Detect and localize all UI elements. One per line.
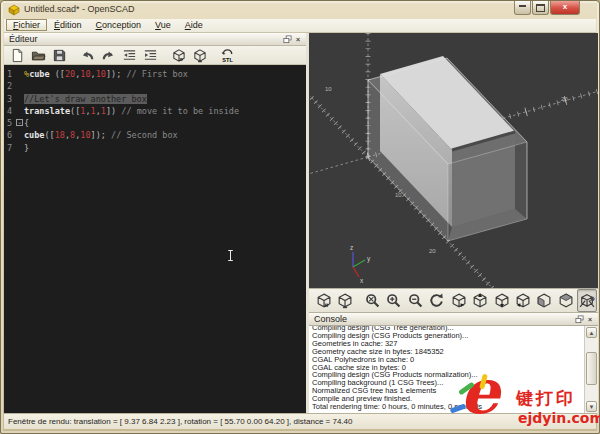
indent-button[interactable]	[140, 46, 160, 65]
title-bar[interactable]: Untitled.scad* - OpenSCAD x	[1, 1, 599, 19]
fold-column	[15, 93, 24, 105]
svg-text:20: 20	[429, 248, 436, 254]
3d-viewport[interactable]: 10 20 20 10 z	[309, 33, 598, 288]
save-file-button[interactable]	[49, 46, 69, 65]
toolbar-separator	[210, 47, 217, 64]
editor-toolbar: »STL	[4, 46, 306, 65]
console-panel: Console × Compiling design (CSG Tree gen…	[309, 313, 598, 413]
console-scrollbar[interactable]: ▲ ▼	[584, 326, 598, 413]
render-button[interactable]	[189, 46, 209, 65]
menu-aide[interactable]: Aide	[178, 19, 210, 31]
undo-icon	[80, 48, 95, 63]
view-left-button[interactable]	[512, 289, 532, 312]
scrollbar-thumb[interactable]	[586, 352, 597, 385]
scroll-down-icon[interactable]: ▼	[586, 401, 597, 412]
render-cube-icon	[192, 48, 207, 63]
unindent-icon	[122, 48, 137, 63]
export-stl-button[interactable]: STL	[217, 46, 237, 65]
console-close-button[interactable]: ×	[585, 315, 595, 324]
menu-edition[interactable]: Édition	[47, 19, 89, 31]
redo-button[interactable]	[98, 46, 118, 65]
cube-top-icon	[471, 292, 488, 309]
code-line[interactable]: 3//Let's draw another box	[4, 93, 306, 105]
minimize-button[interactable]	[514, 1, 531, 15]
status-bar: Fenêtre de rendu: translation = [ 9.37 6…	[4, 413, 596, 429]
stl-icon: STL	[220, 48, 235, 63]
view-front-button[interactable]	[534, 289, 554, 312]
editor-panel-title: Éditeur	[9, 34, 38, 44]
code-line[interactable]: 2	[4, 80, 306, 92]
zoom-in-button[interactable]	[384, 289, 404, 312]
fold-column	[15, 129, 24, 141]
menu-fichier[interactable]: Fichier	[6, 19, 47, 31]
line-number: 6	[4, 129, 15, 141]
scroll-up-icon[interactable]: ▲	[586, 327, 597, 338]
preview-cube-icon: »	[315, 292, 332, 309]
vp-preview-button[interactable]: »	[313, 289, 333, 312]
toolbar-separator	[70, 47, 77, 64]
line-number: 5	[4, 117, 15, 129]
menu-bar: FichierÉditionConceptionVueAide	[4, 19, 596, 33]
view-top-button[interactable]	[469, 289, 489, 312]
editor-panel-header[interactable]: Éditeur ×	[4, 33, 306, 46]
cube-right-icon	[450, 292, 467, 309]
zoom-all-button[interactable]	[362, 289, 382, 312]
minimize-icon	[519, 5, 526, 7]
reset-view-icon	[428, 292, 445, 309]
vp-render-button[interactable]	[334, 289, 354, 312]
unindent-button[interactable]	[119, 46, 139, 65]
code-line[interactable]: 5-{	[4, 117, 306, 129]
svg-text:20: 20	[561, 96, 568, 102]
maximize-icon	[536, 4, 545, 12]
code-line-text[interactable]: }	[24, 142, 29, 154]
fold-column	[15, 68, 24, 80]
code-line[interactable]: 1%cube ([20,10,10]); // First box	[4, 68, 306, 80]
redo-icon	[101, 48, 116, 63]
svg-text:»: »	[324, 300, 329, 309]
menu-conception[interactable]: Conception	[89, 19, 149, 31]
code-line-text[interactable]: translate([1,1,1]) // move it to be insi…	[24, 105, 239, 117]
view-back-button[interactable]	[555, 289, 575, 312]
close-icon: x	[563, 2, 567, 11]
console-output[interactable]: Compiling design (CSG Tree generation)..…	[309, 325, 598, 413]
cube-left-icon	[514, 292, 531, 309]
fold-marker-icon[interactable]: -	[16, 119, 23, 126]
zoom-out-icon	[407, 292, 424, 309]
save-icon	[52, 48, 67, 63]
zoom-in-icon	[385, 292, 402, 309]
console-undock-button[interactable]	[574, 315, 584, 324]
editor-undock-button[interactable]	[282, 35, 292, 44]
code-line[interactable]: 6cube([18,8,10]); // Second box	[4, 129, 306, 141]
zoom-all-icon	[364, 292, 381, 309]
new-file-icon	[10, 48, 25, 63]
reset-view-button[interactable]	[427, 289, 447, 312]
toolbar-separator	[161, 47, 168, 64]
new-file-button[interactable]	[7, 46, 27, 65]
code-line-text[interactable]: {	[24, 117, 29, 129]
preview-button[interactable]: »	[168, 46, 188, 65]
toolbar-overflow-button[interactable]: »	[589, 293, 595, 304]
zoom-out-button[interactable]	[405, 289, 425, 312]
code-line[interactable]: 7}	[4, 142, 306, 154]
maximize-button[interactable]	[532, 1, 549, 15]
line-number: 1	[4, 68, 15, 80]
editor-panel: Éditeur × »STL 1%cube ([20,10,10]); // F…	[4, 33, 306, 413]
svg-text:z: z	[350, 244, 353, 251]
open-file-button[interactable]	[28, 46, 48, 65]
code-editor[interactable]: 1%cube ([20,10,10]); // First box23//Let…	[4, 65, 306, 413]
window-title: Untitled.scad* - OpenSCAD	[24, 4, 135, 14]
view-bottom-button[interactable]	[491, 289, 511, 312]
close-button[interactable]: x	[550, 1, 580, 15]
menu-vue[interactable]: Vue	[148, 19, 178, 31]
editor-close-button[interactable]: ×	[293, 35, 303, 44]
undo-button[interactable]	[77, 46, 97, 65]
open-folder-icon	[31, 48, 46, 63]
undock-icon	[283, 35, 292, 44]
code-line-text[interactable]: //Let's draw another box	[24, 93, 147, 105]
openscad-logo-icon	[8, 4, 20, 16]
code-line[interactable]: 4translate([1,1,1]) // move it to be ins…	[4, 105, 306, 117]
view-right-button[interactable]	[448, 289, 468, 312]
code-line-text[interactable]: %cube ([20,10,10]); // First box	[24, 68, 188, 80]
indent-icon	[143, 48, 158, 63]
code-line-text[interactable]: cube([18,8,10]); // Second box	[24, 129, 178, 141]
